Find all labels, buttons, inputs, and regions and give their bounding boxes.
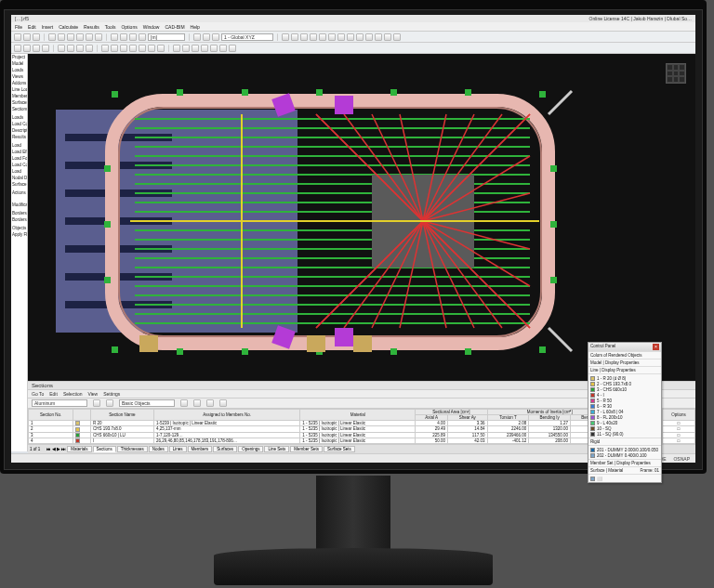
nav-item[interactable]: Nodal Deformations — [11, 175, 27, 181]
sect-btn-goto[interactable]: Go To — [32, 391, 44, 397]
nav-item[interactable]: Sections on Load… — [11, 106, 27, 112]
tool-icon[interactable] — [76, 45, 84, 52]
nav-item[interactable]: Member Loads — [11, 93, 27, 99]
sect-btn-settings[interactable]: Settings — [103, 391, 120, 397]
tool-icon[interactable] — [375, 33, 382, 41]
nav-item[interactable]: Borders — [11, 216, 27, 223]
nav-item[interactable]: Model — [11, 60, 27, 67]
col-members[interactable]: Assigned to Members No. — [153, 410, 299, 421]
filter-btn[interactable] — [93, 399, 100, 407]
menu-file[interactable]: File — [15, 24, 22, 30]
menu-cadbim[interactable]: CAD-BIM — [165, 24, 184, 30]
menu-window[interactable]: Window — [143, 24, 160, 30]
tab-openings[interactable]: Openings — [238, 446, 263, 452]
nav-item[interactable]: Objects in Recip… — [11, 225, 27, 231]
tool-icon[interactable] — [193, 399, 201, 407]
nav-item[interactable]: Loads — [11, 67, 27, 73]
mode-dropdown[interactable]: Basic Objects — [119, 399, 175, 407]
tab-surfacesets[interactable]: Surface Sets — [324, 446, 355, 452]
tool-icon[interactable] — [319, 33, 326, 41]
tool-icon[interactable] — [203, 33, 210, 41]
tool-icon[interactable] — [86, 45, 93, 52]
nav-item[interactable]: Views — [11, 73, 27, 80]
redo-icon[interactable] — [95, 33, 102, 41]
tool-icon[interactable] — [212, 33, 219, 41]
nav-item[interactable]: Loads — [11, 114, 27, 121]
sect-btn-edit[interactable]: Edit — [49, 391, 58, 397]
grid-icon[interactable] — [120, 33, 127, 41]
pager-first-icon[interactable]: ⏮ — [46, 447, 51, 451]
cp-swatch-row[interactable]: 11 - SQ (90.0) — [590, 431, 659, 437]
tool-icon[interactable] — [393, 33, 401, 41]
tab-lines[interactable]: Lines — [169, 446, 187, 452]
undo-icon[interactable] — [86, 33, 93, 41]
open-icon[interactable] — [23, 33, 31, 41]
nav-item[interactable]: Results — [11, 134, 27, 140]
col-color[interactable] — [73, 410, 91, 421]
coordsys-dropdown[interactable]: 1 - Global XYZ — [221, 33, 273, 41]
tool-icon[interactable] — [129, 45, 137, 52]
nav-item[interactable]: Addons — [11, 80, 27, 86]
menu-insert[interactable]: Insert — [42, 24, 54, 30]
nav-item[interactable]: Actions — [11, 189, 27, 196]
view-icon[interactable] — [139, 33, 146, 41]
tool-icon[interactable] — [180, 399, 188, 407]
sect-btn-selection[interactable]: Selection — [63, 391, 83, 397]
tab-materials[interactable]: Materials — [67, 446, 91, 452]
tool-icon[interactable] — [101, 45, 109, 52]
nav-item[interactable]: Modification on Cu… — [11, 202, 27, 208]
tab-surfaces[interactable]: Surfaces — [213, 446, 237, 452]
tool-icon[interactable] — [206, 399, 214, 407]
col-material[interactable]: Material — [300, 410, 416, 421]
save-icon[interactable] — [33, 33, 40, 41]
close-icon[interactable]: × — [653, 344, 659, 350]
tool-icon[interactable] — [42, 45, 49, 52]
tool-icon[interactable] — [229, 45, 236, 52]
tool-icon[interactable] — [365, 33, 373, 41]
tool-icon[interactable] — [300, 33, 308, 41]
filter-btn[interactable] — [106, 399, 113, 407]
tool-icon[interactable] — [384, 33, 391, 41]
tool-icon[interactable] — [356, 33, 364, 41]
nav-item[interactable]: Project — [11, 54, 27, 60]
nav-item[interactable]: Load Effects — [11, 149, 27, 155]
tool-icon[interactable] — [219, 399, 227, 407]
tab-nodes[interactable]: Nodes — [149, 446, 168, 452]
tool-icon[interactable] — [182, 45, 190, 52]
nav-item[interactable]: Load — [11, 142, 27, 149]
tab-thicknesses[interactable]: Thicknesses — [117, 446, 148, 452]
units-dropdown[interactable]: [m] — [148, 33, 185, 41]
sect-btn-view[interactable]: View — [87, 391, 98, 397]
tool-icon[interactable] — [291, 33, 298, 41]
view-cube[interactable] — [666, 63, 686, 84]
tool-icon[interactable] — [111, 45, 118, 52]
pager-next-icon[interactable]: ▶ — [57, 447, 60, 451]
nav-item[interactable]: Load Combinations — [11, 121, 27, 127]
tool-icon[interactable] — [310, 33, 317, 41]
menu-edit[interactable]: Edit — [28, 24, 36, 30]
filter-dropdown[interactable]: Aluminum — [32, 399, 87, 407]
nav-item[interactable]: Borders — [11, 210, 27, 216]
tool-icon[interactable] — [14, 45, 21, 52]
nav-item[interactable]: Apply Fly Views — [11, 231, 27, 238]
nav-item[interactable]: Line Loads — [11, 86, 27, 93]
tool-icon[interactable] — [192, 45, 199, 52]
control-panel-title[interactable]: Control Panel × — [588, 343, 661, 351]
nav-item[interactable]: Load Coefficients — [11, 162, 27, 168]
col-no[interactable]: Section No. — [29, 410, 73, 421]
tool-icon[interactable] — [67, 45, 74, 52]
pager-prev-icon[interactable]: ◀ — [52, 447, 56, 451]
tool-icon[interactable] — [282, 33, 289, 41]
paste-icon[interactable] — [76, 33, 84, 41]
tool-icon[interactable] — [157, 45, 165, 52]
copy-icon[interactable] — [67, 33, 74, 41]
col-options[interactable]: Options — [662, 410, 694, 421]
cp-swatch-row[interactable]: 201 - DUMMY 2.000/0.100/0.050 — [590, 447, 659, 452]
tool-icon[interactable] — [33, 45, 40, 52]
cp-opt[interactable]: ⬜ — [597, 477, 602, 481]
tool-icon[interactable] — [139, 45, 146, 52]
nav-item[interactable]: Descriptions — [11, 127, 27, 134]
nav-item[interactable]: Surfaces — [11, 99, 27, 106]
tool-icon[interactable] — [347, 33, 354, 41]
tab-membersets[interactable]: Member Sets — [290, 446, 323, 452]
